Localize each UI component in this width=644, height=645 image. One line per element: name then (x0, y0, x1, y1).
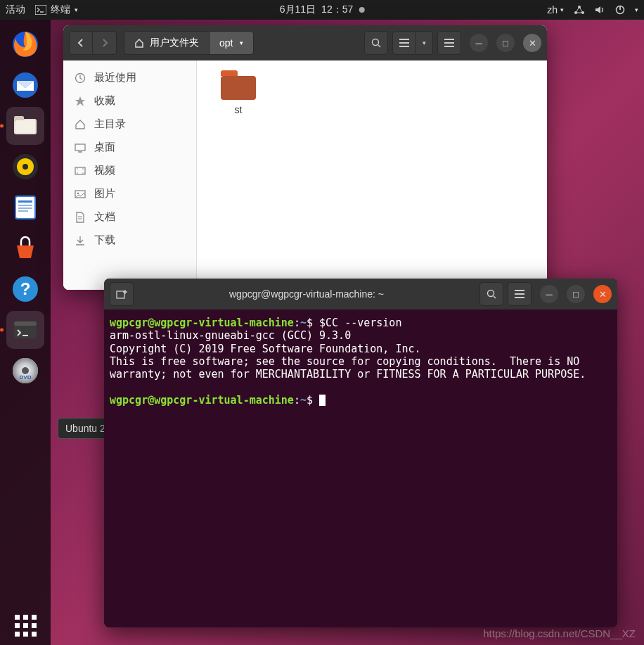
folder-label: st (207, 104, 270, 115)
sidebar-item-label: 最近使用 (94, 71, 136, 84)
sidebar-home[interactable]: 主目录 (63, 113, 196, 136)
folder-icon (221, 70, 256, 100)
svg-rect-18 (18, 210, 28, 212)
list-icon (399, 39, 409, 47)
dock-thunderbird[interactable] (6, 66, 44, 104)
terminal-window: wgpcgr@wgpcgr-virtual-machine: ~ ─ □ ✕ w… (104, 279, 617, 627)
term-output: Copyright (C) 2019 Free Software Foundat… (110, 343, 421, 355)
svg-point-39 (77, 168, 78, 170)
svg-point-40 (77, 172, 78, 174)
power-icon[interactable] (615, 5, 625, 15)
svg-rect-36 (75, 144, 85, 151)
svg-rect-16 (18, 205, 32, 206)
search-icon (487, 289, 496, 299)
topbar-date[interactable]: 6月11日 (280, 4, 316, 16)
svg-line-28 (378, 45, 380, 47)
pathbar-home[interactable]: 用户文件夹 (124, 31, 210, 55)
svg-rect-29 (399, 39, 409, 40)
dock-firefox[interactable] (6, 25, 44, 63)
app-menu-label: 终端 (51, 4, 70, 16)
terminal-search-button[interactable] (479, 282, 503, 306)
terminal-headerbar: wgpcgr@wgpcgr-virtual-machine: ~ ─ □ ✕ (104, 279, 617, 309)
terminal-body[interactable]: wgpcgr@wgpcgr-virtual-machine:~$ $CC --v… (104, 309, 617, 627)
sidebar-pictures[interactable]: 图片 (63, 182, 196, 205)
files-content-area[interactable]: st (197, 60, 547, 290)
chevron-down-icon: ▾ (560, 6, 564, 13)
prompt-sym: $ (307, 317, 313, 329)
hamburger-icon (515, 290, 524, 298)
files-close-button[interactable]: ✕ (523, 34, 541, 52)
sidebar-documents[interactable]: 文档 (63, 205, 196, 229)
dock-disc[interactable]: DVD (6, 352, 44, 390)
document-icon (75, 212, 86, 223)
view-list-button[interactable] (392, 31, 416, 55)
files-window: 用户文件夹 opt ▾ ▾ ─ □ ✕ 最近使用 收藏 主目录 桌面 视频 图片… (63, 25, 547, 290)
terminal-maximize-button[interactable]: □ (567, 285, 585, 303)
dock-software[interactable] (6, 229, 44, 267)
view-dropdown-button[interactable]: ▾ (416, 31, 433, 55)
folder-st[interactable]: st (207, 70, 270, 115)
svg-rect-51 (515, 293, 524, 295)
sidebar-starred[interactable]: 收藏 (63, 89, 196, 113)
dock-help[interactable]: ? (6, 270, 44, 308)
terminal-menu-button[interactable] (508, 282, 532, 306)
svg-rect-34 (444, 46, 454, 47)
home-icon (134, 38, 144, 48)
chevron-down-icon[interactable]: ▾ (635, 6, 638, 13)
clock-icon (75, 72, 86, 84)
sidebar-item-label: 视频 (94, 164, 115, 177)
show-applications-button[interactable] (0, 615, 51, 637)
svg-point-42 (82, 172, 84, 174)
sidebar-item-label: 图片 (94, 187, 115, 200)
sidebar-item-label: 桌面 (94, 141, 115, 154)
prompt-path: ~ (300, 317, 307, 329)
term-output: warranty; not even for MERCHANTABILITY o… (110, 368, 586, 381)
app-menu[interactable]: 终端 ▾ (35, 4, 78, 16)
prompt-path: ~ (300, 394, 307, 407)
prompt-sep: : (294, 317, 300, 329)
nav-forward-button[interactable] (93, 31, 117, 55)
prompt-sym: $ (307, 394, 313, 407)
volume-icon[interactable] (595, 5, 605, 15)
svg-rect-15 (18, 200, 32, 203)
svg-rect-32 (444, 39, 454, 40)
dock-terminal[interactable] (6, 311, 44, 349)
svg-rect-31 (399, 46, 409, 47)
terminal-app-icon (35, 5, 46, 15)
pathbar-current[interactable]: opt ▾ (210, 31, 254, 55)
input-source[interactable]: zh ▾ (547, 4, 564, 15)
search-icon (371, 38, 381, 48)
sidebar-item-label: 文档 (94, 210, 115, 224)
sidebar-recent[interactable]: 最近使用 (63, 66, 196, 89)
sidebar-videos[interactable]: 视频 (63, 159, 196, 182)
files-menu-button[interactable] (437, 31, 461, 55)
activities-button[interactable]: 活动 (6, 4, 25, 16)
sidebar-desktop[interactable]: 桌面 (63, 136, 196, 159)
svg-rect-33 (444, 42, 454, 44)
files-minimize-button[interactable]: ─ (470, 34, 488, 52)
terminal-minimize-button[interactable]: ─ (540, 285, 558, 303)
svg-text:?: ? (20, 279, 31, 298)
files-search-button[interactable] (364, 31, 388, 55)
term-output: arm-ostl-linux-gnueabi-gcc (GCC) 9.3.0 (110, 329, 351, 342)
new-tab-button[interactable] (110, 282, 134, 306)
files-sidebar: 最近使用 收藏 主目录 桌面 视频 图片 文档 下载 (63, 60, 197, 290)
svg-rect-50 (515, 290, 524, 291)
dock-rhythmbox[interactable] (6, 148, 44, 186)
svg-point-25 (22, 367, 29, 374)
svg-rect-17 (18, 207, 32, 209)
sidebar-item-label: 主目录 (94, 117, 126, 131)
files-headerbar: 用户文件夹 opt ▾ ▾ ─ □ ✕ (63, 25, 547, 60)
topbar-time[interactable]: 12：57 (321, 4, 353, 16)
prompt-sep: : (294, 394, 300, 407)
lang-label: zh (547, 4, 558, 15)
dock-files[interactable] (6, 107, 44, 145)
sidebar-downloads[interactable]: 下载 (63, 229, 196, 252)
dock-writer[interactable] (6, 189, 44, 226)
nav-back-button[interactable] (69, 31, 93, 55)
terminal-close-button[interactable]: ✕ (593, 285, 612, 303)
network-icon[interactable] (574, 5, 585, 15)
chevron-right-icon (101, 39, 109, 47)
term-cmd: $CC --version (313, 317, 401, 329)
files-maximize-button[interactable]: □ (496, 34, 515, 52)
